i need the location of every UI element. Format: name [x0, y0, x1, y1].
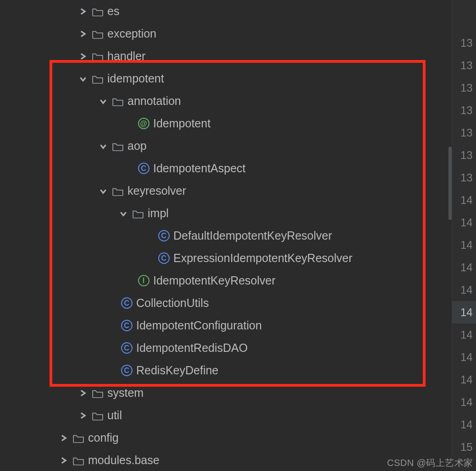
- chevron-right-icon: [79, 8, 87, 15]
- tree-item-file[interactable]: C RedisKeyDefine: [0, 359, 452, 382]
- tree-item-folder[interactable]: system: [0, 382, 452, 404]
- folder-icon: [92, 73, 104, 85]
- gutter-line: 13: [452, 144, 476, 166]
- chevron-right-icon: [79, 31, 87, 37]
- tree-item-file[interactable]: I IdempotentKeyResolver: [0, 269, 452, 292]
- annotation-icon: @: [138, 118, 149, 130]
- tree-item-file[interactable]: C IdempotentRedisDAO: [0, 337, 452, 359]
- tree-item-label: RedisKeyDefine: [136, 364, 218, 377]
- folder-icon: [92, 410, 104, 422]
- tree-item-label: util: [107, 409, 122, 422]
- gutter-line: 14: [452, 279, 476, 301]
- tree-item-folder[interactable]: annotation: [0, 90, 452, 112]
- class-icon: C: [121, 297, 133, 309]
- gutter-line: [452, 9, 476, 32]
- folder-icon: [72, 432, 84, 444]
- tree-item-label: annotation: [127, 94, 181, 108]
- tree-item-folder[interactable]: config: [0, 427, 452, 449]
- chevron-down-icon: [119, 210, 127, 217]
- tree-item-file[interactable]: C CollectionUtils: [0, 292, 452, 314]
- tree-item-label: keyresolver: [127, 184, 186, 197]
- class-icon: C: [121, 320, 133, 332]
- folder-icon: [92, 50, 104, 62]
- class-icon: C: [121, 342, 133, 354]
- tree-item-file[interactable]: C ExpressionIdempotentKeyResolver: [0, 247, 452, 269]
- tree-item-file[interactable]: @ Idempotent: [0, 112, 452, 135]
- tree-item-label: IdempotentAspect: [153, 162, 246, 175]
- gutter-line: 13: [452, 54, 476, 77]
- folder-icon: [132, 208, 144, 219]
- chevron-right-icon: [79, 53, 87, 60]
- folder-icon: [72, 455, 84, 466]
- chevron-down-icon: [99, 188, 107, 194]
- class-icon: C: [158, 230, 170, 242]
- tree-item-folder[interactable]: modules.base: [0, 449, 452, 471]
- tree-item-label: idempotent: [107, 72, 164, 85]
- tree-item-label: handler: [107, 49, 145, 63]
- folder-icon: [112, 95, 124, 107]
- tree-item-file[interactable]: C DefaultIdempotentKeyResolver: [0, 225, 452, 247]
- gutter-line: 14: [452, 346, 476, 368]
- interface-icon: I: [138, 275, 149, 287]
- chevron-down-icon: [79, 76, 87, 82]
- tree-item-folder[interactable]: util: [0, 404, 452, 427]
- tree-item-label: IdempotentConfiguration: [136, 319, 262, 332]
- gutter-line: 13: [452, 32, 476, 54]
- gutter-line: 14: [452, 391, 476, 413]
- gutter-line: 14: [452, 413, 476, 436]
- tree-item-label: impl: [148, 207, 169, 220]
- gutter-line: 13: [452, 166, 476, 189]
- editor-gutter: 13131313131313141414141414141414141415: [452, 0, 476, 471]
- tree-item-folder[interactable]: exception: [0, 22, 452, 45]
- tree-item-label: CollectionUtils: [136, 296, 209, 310]
- gutter-line: 14: [452, 234, 476, 256]
- scrollbar-thumb[interactable]: [448, 147, 452, 220]
- gutter-line: 14: [452, 256, 476, 279]
- gutter-line: 13: [452, 77, 476, 99]
- tree-item-file[interactable]: C IdempotentConfiguration: [0, 314, 452, 337]
- gutter-line: 14: [452, 301, 476, 323]
- tree-item-label: config: [88, 431, 119, 444]
- chevron-right-icon: [79, 390, 87, 396]
- gutter-line: 14: [452, 211, 476, 234]
- class-icon: C: [158, 252, 170, 264]
- gutter-line: 13: [452, 99, 476, 121]
- folder-icon: [92, 387, 104, 399]
- tree-item-label: system: [107, 386, 144, 400]
- tree-item-label: aop: [127, 139, 147, 153]
- class-icon: C: [138, 163, 149, 175]
- tree-item-label: ExpressionIdempotentKeyResolver: [173, 252, 352, 265]
- tree-item-folder[interactable]: idempotent: [0, 67, 452, 90]
- tree-item-folder[interactable]: keyresolver: [0, 180, 452, 202]
- tree-item-folder[interactable]: aop: [0, 135, 452, 157]
- tree-item-file[interactable]: C IdempotentAspect: [0, 157, 452, 180]
- tree-item-label: modules.base: [88, 454, 160, 467]
- chevron-right-icon: [60, 435, 68, 441]
- class-icon: C: [121, 365, 133, 377]
- tree-item-label: IdempotentRedisDAO: [136, 341, 248, 355]
- tree-item-label: Idempotent: [153, 117, 210, 130]
- tree-item-folder[interactable]: es: [0, 0, 452, 22]
- chevron-right-icon: [60, 457, 68, 464]
- chevron-down-icon: [99, 143, 107, 149]
- gutter-line: 13: [452, 121, 476, 144]
- watermark-text: CSDN @码上艺术家: [387, 457, 473, 469]
- folder-icon: [92, 5, 104, 17]
- chevron-down-icon: [99, 98, 107, 104]
- gutter-line: 14: [452, 323, 476, 346]
- project-tree-panel: es exception handler idempotent annotati…: [0, 0, 452, 471]
- gutter-line: 15: [452, 436, 476, 458]
- gutter-line: 14: [452, 189, 476, 211]
- folder-icon: [92, 28, 104, 40]
- tree-item-label: DefaultIdempotentKeyResolver: [173, 229, 332, 242]
- chevron-right-icon: [79, 412, 87, 419]
- folder-icon: [112, 140, 124, 152]
- folder-icon: [112, 185, 124, 197]
- gutter-line: 14: [452, 368, 476, 391]
- tree-item-label: exception: [107, 27, 156, 40]
- tree-item-folder[interactable]: handler: [0, 45, 452, 67]
- tree-item-label: es: [107, 5, 119, 18]
- tree-item-folder[interactable]: impl: [0, 202, 452, 225]
- tree-item-label: IdempotentKeyResolver: [153, 274, 276, 287]
